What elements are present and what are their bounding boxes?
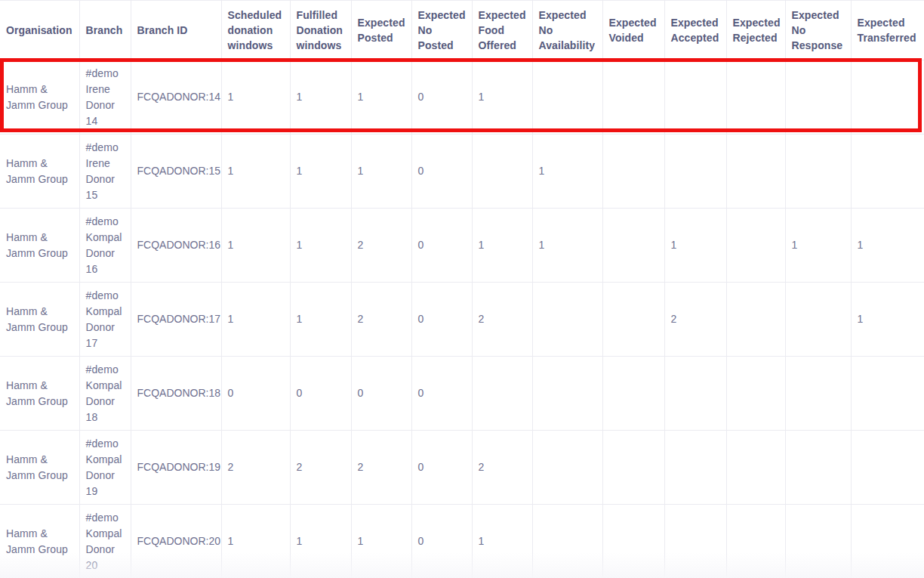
- cell-branch: #demo Kompal Donor 19: [79, 431, 131, 505]
- table-row[interactable]: Hamm & Jamm Group#demo Kompal Donor 19FC…: [0, 431, 924, 505]
- cell-expected-food-offered: 2: [472, 431, 532, 505]
- cell-scheduled-donation-windows: 1: [221, 134, 290, 209]
- cell-expected-voided: [602, 283, 664, 357]
- cell-expected-no-posted: 0: [411, 283, 472, 357]
- cell-branch: #demo Kompal Donor 20: [79, 505, 131, 578]
- column-header-organisation: Organisation: [0, 1, 79, 60]
- cell-fulfilled-donation-windows: 1: [290, 209, 351, 283]
- cell-expected-voided: [602, 60, 664, 134]
- cell-organisation: Hamm & Jamm Group: [0, 283, 79, 357]
- cell-expected-voided: [602, 505, 664, 578]
- cell-expected-voided: [602, 357, 664, 431]
- table-row[interactable]: Hamm & Jamm Group#demo Kompal Donor 16FC…: [0, 209, 924, 283]
- column-header-expected-no-response: Expected No Response: [785, 1, 851, 60]
- cell-branch: #demo Kompal Donor 18: [79, 357, 131, 431]
- cell-fulfilled-donation-windows: 2: [290, 431, 351, 505]
- cell-branch-id: FCQADONOR:15: [131, 134, 221, 209]
- cell-expected-no-response: 1: [785, 209, 851, 283]
- cell-expected-food-offered: 1: [472, 60, 532, 134]
- donation-windows-table: OrganisationBranchBranch IDScheduled don…: [0, 0, 924, 578]
- cell-scheduled-donation-windows: 2: [221, 431, 290, 505]
- cell-expected-accepted: [664, 357, 726, 431]
- cell-expected-rejected: [726, 60, 785, 134]
- cell-expected-no-response: [785, 60, 851, 134]
- cell-expected-transferred: [851, 134, 924, 209]
- cell-expected-voided: [602, 134, 664, 209]
- cell-scheduled-donation-windows: 1: [221, 283, 290, 357]
- cell-expected-rejected: [726, 134, 785, 209]
- cell-fulfilled-donation-windows: 1: [290, 283, 351, 357]
- cell-expected-food-offered: 2: [472, 283, 532, 357]
- table-row[interactable]: Hamm & Jamm Group#demo Kompal Donor 20FC…: [0, 505, 924, 578]
- cell-expected-transferred: 1: [851, 209, 924, 283]
- cell-fulfilled-donation-windows: 1: [290, 134, 351, 209]
- cell-expected-rejected: [726, 209, 785, 283]
- cell-organisation: Hamm & Jamm Group: [0, 505, 79, 578]
- cell-expected-rejected: [726, 283, 785, 357]
- cell-expected-no-availability: [532, 431, 602, 505]
- cell-expected-no-response: [785, 357, 851, 431]
- column-header-fulfilled-donation-windows: Fulfilled Donation windows: [290, 1, 351, 60]
- cell-organisation: Hamm & Jamm Group: [0, 431, 79, 505]
- table-row[interactable]: Hamm & Jamm Group#demo Irene Donor 14FCQ…: [0, 60, 924, 134]
- cell-expected-food-offered: [472, 357, 532, 431]
- cell-branch-id: FCQADONOR:17: [131, 283, 221, 357]
- cell-expected-accepted: [664, 60, 726, 134]
- cell-branch-id: FCQADONOR:19: [131, 431, 221, 505]
- cell-fulfilled-donation-windows: 0: [290, 357, 351, 431]
- cell-expected-no-posted: 0: [411, 505, 472, 578]
- cell-expected-food-offered: 1: [472, 209, 532, 283]
- table-header-row: OrganisationBranchBranch IDScheduled don…: [0, 1, 924, 60]
- column-header-expected-food-offered: Expected Food Offered: [472, 1, 532, 60]
- cell-expected-no-availability: [532, 357, 602, 431]
- cell-branch-id: FCQADONOR:16: [131, 209, 221, 283]
- cell-expected-no-response: [785, 431, 851, 505]
- cell-expected-no-response: [785, 134, 851, 209]
- cell-expected-no-availability: [532, 60, 602, 134]
- table-row[interactable]: Hamm & Jamm Group#demo Irene Donor 15FCQ…: [0, 134, 924, 209]
- cell-expected-posted: 2: [351, 209, 411, 283]
- cell-scheduled-donation-windows: 1: [221, 209, 290, 283]
- cell-fulfilled-donation-windows: 1: [290, 505, 351, 578]
- cell-branch-id: FCQADONOR:18: [131, 357, 221, 431]
- column-header-expected-posted: Expected Posted: [351, 1, 411, 60]
- cell-expected-transferred: [851, 60, 924, 134]
- cell-expected-no-posted: 0: [411, 357, 472, 431]
- column-header-expected-rejected: Expected Rejected: [726, 1, 785, 60]
- cell-expected-no-posted: 0: [411, 60, 472, 134]
- cell-branch: #demo Kompal Donor 17: [79, 283, 131, 357]
- column-header-branch: Branch: [79, 1, 131, 60]
- table-row[interactable]: Hamm & Jamm Group#demo Kompal Donor 18FC…: [0, 357, 924, 431]
- cell-branch-id: FCQADONOR:14: [131, 60, 221, 134]
- table-row[interactable]: Hamm & Jamm Group#demo Kompal Donor 17FC…: [0, 283, 924, 357]
- cell-expected-accepted: [664, 134, 726, 209]
- cell-expected-no-availability: 1: [532, 209, 602, 283]
- cell-expected-rejected: [726, 357, 785, 431]
- column-header-expected-no-posted: Expected No Posted: [411, 1, 472, 60]
- cell-expected-accepted: 2: [664, 283, 726, 357]
- cell-expected-rejected: [726, 431, 785, 505]
- cell-scheduled-donation-windows: 0: [221, 357, 290, 431]
- cell-expected-accepted: 1: [664, 209, 726, 283]
- cell-expected-no-response: [785, 505, 851, 578]
- cell-expected-accepted: [664, 431, 726, 505]
- cell-expected-voided: [602, 209, 664, 283]
- cell-branch: #demo Irene Donor 15: [79, 134, 131, 209]
- cell-branch-id: FCQADONOR:20: [131, 505, 221, 578]
- cell-expected-transferred: [851, 505, 924, 578]
- cell-expected-no-availability: [532, 283, 602, 357]
- report-screen: OrganisationBranchBranch IDScheduled don…: [0, 0, 924, 578]
- cell-organisation: Hamm & Jamm Group: [0, 209, 79, 283]
- cell-expected-transferred: [851, 431, 924, 505]
- column-header-scheduled-donation-windows: Scheduled donation windows: [221, 1, 290, 60]
- table-header: OrganisationBranchBranch IDScheduled don…: [0, 1, 924, 60]
- cell-expected-posted: 1: [351, 60, 411, 134]
- column-header-expected-transferred: Expected Transferred: [851, 1, 924, 60]
- cell-expected-posted: 2: [351, 283, 411, 357]
- cell-expected-no-availability: 1: [532, 134, 602, 209]
- cell-scheduled-donation-windows: 1: [221, 505, 290, 578]
- table-body: Hamm & Jamm Group#demo Irene Donor 14FCQ…: [0, 60, 924, 578]
- cell-expected-no-posted: 0: [411, 209, 472, 283]
- cell-expected-transferred: 1: [851, 283, 924, 357]
- cell-expected-voided: [602, 431, 664, 505]
